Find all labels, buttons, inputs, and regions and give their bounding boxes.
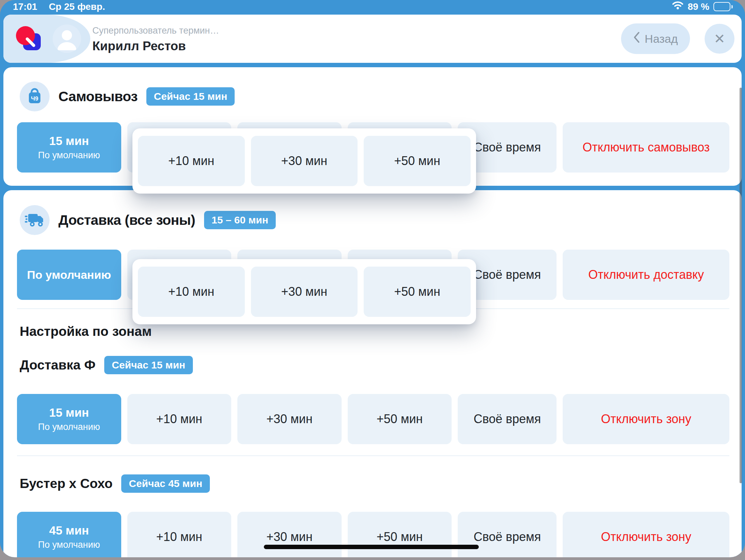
popup-plus50-button[interactable]: +50 мин [364,267,471,317]
app-logo-icon [16,26,54,65]
app-screen: 17:01 Ср 25 февр. 89 % [0,0,745,557]
zone-booster-current-badge: Сейчас 45 мин [121,474,210,493]
zone-f-plus30-button[interactable]: +30 мин [237,394,342,444]
zone-booster-selected-caption: По умолчанию [38,540,100,550]
zone-booster-default-option-button[interactable]: 45 мин По умолчанию [17,512,121,557]
wifi-icon [672,1,684,12]
status-bar: 17:01 Ср 25 февр. 89 % [0,0,745,15]
zones-heading: Настройка по зонам [20,324,152,339]
zone-booster-custom-time-button[interactable]: Своё время [458,512,557,557]
close-icon: ✕ [714,31,725,47]
avatar [53,24,81,53]
zone-booster-title: Бустер х Сохо [20,476,112,491]
back-button-label: Назад [645,32,678,46]
delivery-default-option-button[interactable]: По умолчанию [17,250,121,300]
zone-booster-plus30-button[interactable]: +30 мин [237,512,342,557]
popup-plus10-button[interactable]: +10 мин [138,136,245,186]
popup-plus30-button[interactable]: +30 мин [251,136,358,186]
zone-f-plus10-button[interactable]: +10 мин [127,394,232,444]
status-date: Ср 25 февр. [49,1,105,12]
user-role-subtitle: Суперпользователь термин… [92,25,219,36]
zone-f-default-option-button[interactable]: 15 мин По умолчанию [17,394,121,444]
zone-f-selected-value: 15 мин [49,406,89,419]
popup-plus30-button[interactable]: +30 мин [251,267,358,317]
battery-tip-icon [731,5,733,8]
delivery-truck-icon [20,205,50,235]
pickup-selected-caption: По умолчанию [38,150,100,161]
user-name-title: Кирилл Рестов [92,39,219,53]
zone-f-plus50-button[interactable]: +50 мин [348,394,452,444]
delivery-section: Доставка (все зоны) 15 – 60 мин По умолч… [3,190,742,557]
scrollbar[interactable] [740,88,742,483]
zone-booster-disable-button[interactable]: Отключить зону [563,512,729,557]
zone-f-selected-caption: По умолчанию [38,422,100,432]
zone-booster-plus50-button[interactable]: +50 мин [348,512,452,557]
zone-f-title: Доставка Ф [20,358,95,373]
popup-plus10-button[interactable]: +10 мин [138,267,245,317]
pickup-title: Самовывоз [58,89,138,105]
battery-percent: 89 % [688,1,709,12]
delivery-time-popup: +10 мин +30 мин +50 мин [132,259,476,324]
popup-plus50-button[interactable]: +50 мин [364,136,471,186]
close-button[interactable]: ✕ [705,24,734,54]
pickup-selected-value: 15 мин [49,134,89,148]
pickup-time-popup: +10 мин +30 мин +50 мин [132,128,476,194]
zone-divider [17,455,729,456]
zone-f-disable-button[interactable]: Отключить зону [563,394,729,444]
back-button[interactable]: Назад [621,23,690,54]
delivery-disable-button[interactable]: Отключить доставку [563,250,729,300]
delivery-selected-value: По умолчанию [27,268,111,282]
delivery-title: Доставка (все зоны) [58,212,195,228]
pickup-disable-button[interactable]: Отключить самовывоз [563,122,729,173]
delivery-range-badge: 15 – 60 мин [204,211,276,229]
zone-f-current-badge: Сейчас 15 мин [104,356,193,374]
header: Суперпользователь термин… Кирилл Рестов … [3,15,742,63]
status-time: 17:01 [13,1,37,12]
zone-booster-plus10-button[interactable]: +10 мин [127,512,232,557]
pickup-section: Ч9 Самовывоз Сейчас 15 мин 15 мин По умо… [3,67,742,186]
pickup-default-option-button[interactable]: 15 мин По умолчанию [17,122,121,173]
home-indicator[interactable] [264,545,479,549]
chevron-left-icon [633,32,640,46]
zone-booster-selected-value: 45 мин [49,524,89,537]
battery-icon [713,2,730,11]
pickup-bag-glyph: Ч9 [31,95,38,102]
pickup-bag-icon: Ч9 [20,82,50,111]
zone-f-custom-time-button[interactable]: Своё время [458,394,557,444]
pickup-current-badge: Сейчас 15 мин [146,87,235,106]
